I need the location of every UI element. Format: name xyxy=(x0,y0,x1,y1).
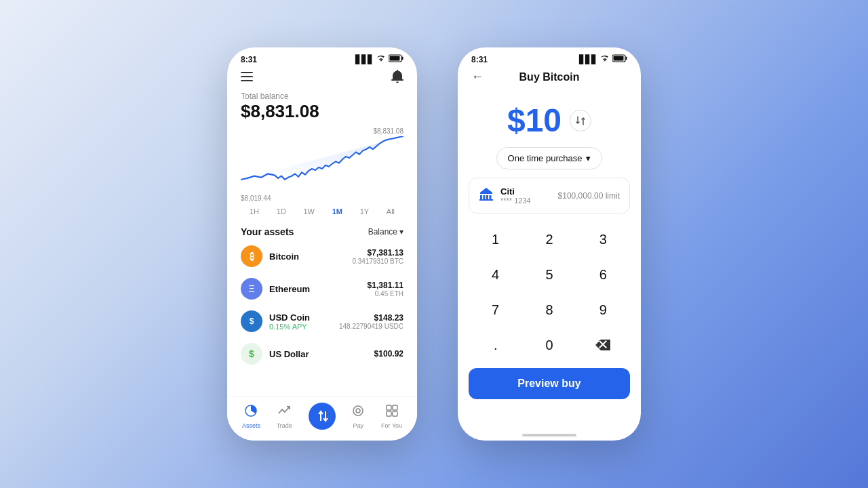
back-button[interactable]: ← xyxy=(471,70,484,84)
purchase-type-dropdown[interactable]: One time purchase ▾ xyxy=(496,147,603,169)
key-3[interactable]: 3 xyxy=(576,222,630,257)
balance-chart: $8,831.08 $8,019.44 xyxy=(227,127,417,202)
key-6[interactable]: 6 xyxy=(576,257,630,292)
balance-label: Balance xyxy=(368,227,397,237)
svg-rect-19 xyxy=(486,195,488,199)
time-left: 8:31 xyxy=(241,55,257,64)
signal-icon: ▋▋▋ xyxy=(355,55,374,64)
assets-header: Your assets Balance ▾ xyxy=(227,221,417,240)
filter-1m[interactable]: 1M xyxy=(330,206,345,217)
key-0[interactable]: 0 xyxy=(522,327,576,363)
filter-1w[interactable]: 1W xyxy=(300,206,317,217)
time-filters: 1H 1D 1W 1M 1Y All xyxy=(227,202,417,221)
key-decimal[interactable]: . xyxy=(469,327,522,363)
key-5[interactable]: 5 xyxy=(522,257,576,292)
asset-row-ethereum[interactable]: Ξ Ethereum $1,381.11 0.45 ETH xyxy=(227,272,417,305)
balance-dropdown[interactable]: Balance ▾ xyxy=(368,227,403,237)
bitcoin-values: $7,381.13 0.34179310 BTC xyxy=(352,248,403,265)
nav-foryou-label: For You xyxy=(381,422,402,429)
ethereum-usd: $1,381.11 xyxy=(368,281,403,290)
filter-1y[interactable]: 1Y xyxy=(357,206,372,217)
svg-rect-3 xyxy=(241,72,253,73)
usdc-crypto: 148.22790419 USDC xyxy=(339,323,403,330)
bank-icon xyxy=(479,186,494,205)
battery-icon-right xyxy=(612,54,627,64)
assets-title: Your assets xyxy=(241,226,294,237)
svg-rect-12 xyxy=(393,411,397,416)
key-8[interactable]: 8 xyxy=(522,292,576,327)
notifications-button[interactable] xyxy=(391,70,403,86)
svg-rect-15 xyxy=(614,56,624,61)
status-bar-right: 8:31 ▋▋▋ xyxy=(458,47,641,67)
pay-icon xyxy=(351,404,365,421)
payment-method-row[interactable]: Citi **** 1234 $100,000.00 limit xyxy=(469,178,630,214)
key-4[interactable]: 4 xyxy=(469,257,522,292)
svg-rect-17 xyxy=(480,195,482,199)
payment-name: Citi xyxy=(500,186,551,197)
asset-row-bitcoin[interactable]: ₿ Bitcoin $7,381.13 0.34179310 BTC xyxy=(227,240,417,272)
menu-button[interactable] xyxy=(241,72,253,84)
asset-row-usd[interactable]: $ US Dollar $100.92 xyxy=(227,338,417,370)
usd-info: US Dollar xyxy=(269,349,368,359)
filter-1d[interactable]: 1D xyxy=(274,206,289,217)
key-7[interactable]: 7 xyxy=(469,292,522,327)
assets-icon xyxy=(244,404,258,421)
bottom-nav: Assets Trade Pay For You xyxy=(227,396,417,441)
usdc-icon: $ xyxy=(241,310,262,332)
usd-value: $100.92 xyxy=(374,349,403,359)
nav-assets-label: Assets xyxy=(242,422,260,429)
total-balance-label: Total balance xyxy=(241,92,403,101)
bitcoin-info: Bitcoin xyxy=(269,251,345,262)
usdc-info: USD Coin 0.15% APY xyxy=(269,312,332,331)
numpad: 1 2 3 4 5 6 7 8 9 . 0 xyxy=(469,222,630,363)
ethereum-info: Ethereum xyxy=(269,284,361,294)
usdc-usd: $148.23 xyxy=(339,313,403,323)
bitcoin-crypto: 0.34179310 BTC xyxy=(352,258,403,265)
purchase-type-selector: One time purchase ▾ xyxy=(471,147,627,169)
signal-icon-right: ▋▋▋ xyxy=(579,55,597,64)
payment-info: Citi **** 1234 xyxy=(500,186,551,205)
filter-1h[interactable]: 1H xyxy=(247,206,262,217)
svg-rect-10 xyxy=(393,405,397,410)
nav-foryou[interactable]: For You xyxy=(381,404,402,429)
backspace-button[interactable] xyxy=(576,327,630,363)
usd-icon: $ xyxy=(241,343,262,365)
wifi-icon xyxy=(376,55,386,64)
time-right: 8:31 xyxy=(471,55,488,64)
battery-icon xyxy=(389,54,403,64)
key-9[interactable]: 9 xyxy=(576,292,630,327)
chevron-down-icon: ▾ xyxy=(586,153,591,163)
nav-trade[interactable]: Trade xyxy=(277,404,292,429)
foryou-icon xyxy=(385,404,399,421)
payment-limit: $100,000.00 limit xyxy=(558,191,620,201)
bitcoin-name: Bitcoin xyxy=(269,251,345,262)
svg-point-8 xyxy=(356,409,360,413)
ethereum-name: Ethereum xyxy=(269,284,361,294)
usd-values: $100.92 xyxy=(374,349,403,359)
nav-pay[interactable]: Pay xyxy=(351,404,365,429)
nav-assets[interactable]: Assets xyxy=(242,404,260,429)
svg-rect-2 xyxy=(390,56,400,61)
svg-rect-9 xyxy=(387,405,391,410)
asset-row-usdc[interactable]: $ USD Coin 0.15% APY $148.23 148.2279041… xyxy=(227,305,417,338)
nav-pay-label: Pay xyxy=(353,422,364,429)
key-1[interactable]: 1 xyxy=(469,222,522,257)
ethereum-icon: Ξ xyxy=(241,278,262,300)
filter-all[interactable]: All xyxy=(384,206,397,217)
ethereum-crypto: 0.45 ETH xyxy=(368,290,403,298)
total-balance-value: $8,831.08 xyxy=(241,101,403,122)
buy-header: ← Buy Bitcoin xyxy=(458,67,641,91)
key-2[interactable]: 2 xyxy=(522,222,576,257)
nav-center-button[interactable] xyxy=(309,403,336,430)
preview-buy-button[interactable]: Preview buy xyxy=(469,368,630,399)
total-balance-section: Total balance $8,831.08 xyxy=(227,92,417,127)
status-bar-left: 8:31 ▋▋▋ xyxy=(227,47,417,67)
amount-display: $10 xyxy=(458,91,641,147)
chart-svg xyxy=(241,136,403,190)
svg-rect-1 xyxy=(402,57,403,60)
chevron-down-icon: ▾ xyxy=(399,227,403,237)
svg-rect-16 xyxy=(480,192,492,194)
usdc-apy: 0.15% APY xyxy=(269,323,332,331)
svg-rect-14 xyxy=(626,57,627,60)
swap-currency-button[interactable] xyxy=(570,110,591,131)
